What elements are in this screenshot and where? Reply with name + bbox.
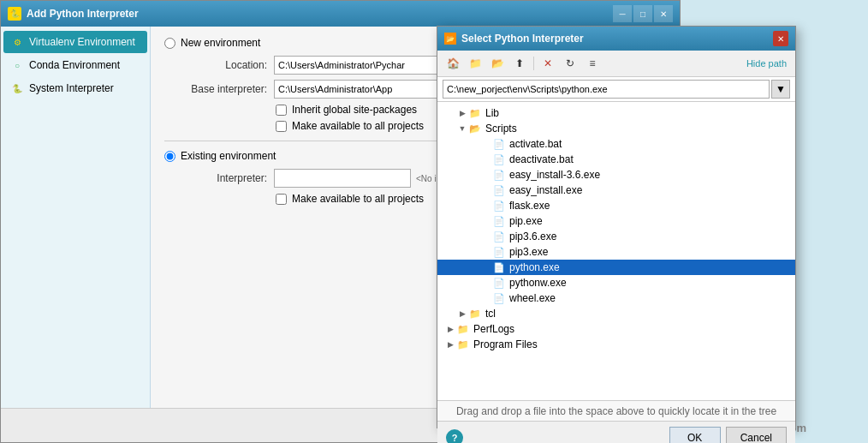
new-folder-button[interactable]: 📂 — [487, 54, 508, 73]
conda-icon: ○ — [10, 58, 24, 72]
path-browse-button[interactable]: ▼ — [771, 80, 790, 99]
path-input[interactable] — [443, 80, 770, 99]
make-available-label-1: Make available to all projects — [292, 120, 424, 132]
tree-item-easy-install[interactable]: 📄 easy_install.exe — [437, 183, 795, 198]
virtualenv-icon: ⚙ — [10, 35, 24, 49]
programfiles-arrow: ▶ — [444, 340, 456, 349]
tcl-label: tcl — [485, 308, 496, 320]
pythonw-label: pythonw.exe — [509, 277, 567, 289]
pip36-label: pip3.6.exe — [509, 230, 556, 242]
tree-item-wheel[interactable]: 📄 wheel.exe — [437, 290, 795, 306]
sidebar-item-conda[interactable]: ○ Conda Environment — [3, 54, 147, 76]
tree-item-perflogs[interactable]: ▶ 📁 PerfLogs — [437, 321, 795, 337]
tcl-folder-icon: 📁 — [468, 308, 482, 320]
sidebar-item-system[interactable]: 🐍 System Interpreter — [3, 77, 147, 99]
list-view-button[interactable]: ≡ — [582, 54, 603, 73]
delete-button[interactable]: ✕ — [538, 54, 558, 73]
hide-path-button[interactable]: Hide path — [743, 57, 790, 70]
make-available-label-2: Make available to all projects — [292, 193, 424, 205]
minimize-button[interactable]: ─ — [613, 5, 632, 22]
lib-arrow: ▶ — [456, 109, 468, 117]
status-text: Drag and drop a file into the space abov… — [456, 405, 776, 417]
base-interpreter-label: Base interpreter: — [164, 83, 267, 95]
tcl-arrow: ▶ — [456, 309, 468, 318]
title-bar-controls: ─ □ ✕ — [613, 5, 673, 22]
dialog-button-group: OK Cancel — [669, 427, 787, 444]
programfiles-label: Program Files — [473, 338, 538, 350]
perflogs-label: PerfLogs — [473, 323, 514, 335]
easy-install-icon: 📄 — [492, 184, 506, 196]
tree-item-pip36[interactable]: 📄 pip3.6.exe — [437, 229, 795, 244]
main-title-text: Add Python Interpreter — [27, 8, 139, 20]
scripts-label: Scripts — [485, 123, 517, 135]
flask-icon: 📄 — [492, 200, 506, 212]
path-bar: ▼ — [437, 77, 795, 102]
scripts-arrow: ▼ — [456, 124, 468, 133]
pythonw-icon: 📄 — [492, 277, 506, 289]
tree-item-tcl[interactable]: ▶ 📁 tcl — [437, 306, 795, 321]
dialog-ok-button[interactable]: OK — [669, 427, 721, 444]
perflogs-icon: 📁 — [456, 323, 470, 335]
sidebar-label-system: System Interpreter — [29, 82, 114, 94]
sidebar-label-conda: Conda Environment — [29, 59, 120, 71]
interpreter-sidebar: ⚙ Virtualenv Environment ○ Conda Environ… — [1, 27, 151, 442]
maximize-button[interactable]: □ — [633, 5, 652, 22]
perflogs-arrow: ▶ — [444, 325, 456, 333]
location-label: Location: — [164, 59, 267, 71]
make-available-checkbox-2[interactable] — [276, 194, 287, 205]
easy-install-36-icon: 📄 — [492, 169, 506, 181]
refresh-button[interactable]: ↻ — [560, 54, 580, 73]
close-main-button[interactable]: ✕ — [654, 5, 673, 22]
toolbar-sep-1 — [533, 57, 534, 70]
tree-item-pip3[interactable]: 📄 pip3.exe — [437, 244, 795, 260]
tree-item-deactivate[interactable]: 📄 deactivate.bat — [437, 152, 795, 167]
inherit-label: Inherit global site-packages — [292, 104, 417, 116]
tree-item-activate[interactable]: 📄 activate.bat — [437, 136, 795, 152]
make-available-checkbox-1[interactable] — [276, 121, 287, 132]
tree-item-programfiles[interactable]: ▶ 📁 Program Files — [437, 337, 795, 352]
new-env-radio[interactable] — [164, 38, 175, 49]
wheel-icon: 📄 — [492, 292, 506, 304]
python-label: python.exe — [509, 261, 560, 273]
existing-env-label: Existing environment — [181, 150, 276, 162]
parent-folder-button[interactable]: ⬆ — [509, 54, 530, 73]
home-button[interactable]: 🏠 — [443, 54, 463, 73]
programfiles-icon: 📁 — [456, 338, 470, 350]
pip36-icon: 📄 — [492, 230, 506, 242]
inherit-checkbox[interactable] — [276, 105, 287, 116]
lib-folder-icon: 📁 — [468, 107, 482, 119]
main-title-bar: 🐍 Add Python Interpreter ─ □ ✕ — [1, 1, 680, 27]
dialog-cancel-button[interactable]: Cancel — [726, 427, 787, 444]
lib-label: Lib — [485, 107, 499, 119]
deactivate-file-icon: 📄 — [492, 153, 506, 165]
main-title-icon: 🐍 — [8, 7, 21, 21]
dialog-toolbar: 🏠 📁 📂 ⬆ ✕ ↻ ≡ Hide path — [437, 51, 795, 77]
dialog-title-icon: 📂 — [444, 33, 456, 45]
tree-item-pythonw[interactable]: 📄 pythonw.exe — [437, 275, 795, 290]
tree-item-easy-install-36[interactable]: 📄 easy_install-3.6.exe — [437, 167, 795, 183]
file-dialog: 📂 Select Python Interpreter ✕ 🏠 📁 📂 ⬆ ✕ … — [437, 26, 796, 428]
easy-install-36-label: easy_install-3.6.exe — [509, 169, 600, 181]
scripts-folder-icon: 📂 — [468, 123, 482, 135]
pip3-icon: 📄 — [492, 246, 506, 258]
dialog-title-bar: 📂 Select Python Interpreter ✕ — [437, 27, 795, 51]
existing-env-radio[interactable] — [164, 151, 175, 162]
system-icon: 🐍 — [10, 81, 24, 95]
file-tree[interactable]: ▶ 📁 Lib ▼ 📂 Scripts 📄 activate.bat 📄 dea… — [437, 102, 795, 400]
sidebar-item-virtualenv[interactable]: ⚙ Virtualenv Environment — [3, 31, 147, 53]
dialog-title-text: Select Python Interpreter — [461, 33, 584, 45]
tree-item-lib[interactable]: ▶ 📁 Lib — [437, 105, 795, 121]
pip-label: pip.exe — [509, 215, 543, 227]
tree-item-python[interactable]: 📄 python.exe — [437, 260, 795, 275]
help-button[interactable]: ? — [446, 429, 463, 444]
new-env-label: New environment — [181, 37, 260, 49]
dialog-close-button[interactable]: ✕ — [773, 31, 788, 46]
wheel-label: wheel.exe — [509, 292, 556, 304]
tree-item-scripts[interactable]: ▼ 📂 Scripts — [437, 121, 795, 136]
folder-button[interactable]: 📁 — [465, 54, 485, 73]
tree-item-flask[interactable]: 📄 flask.exe — [437, 198, 795, 213]
activate-label: activate.bat — [509, 138, 562, 150]
tree-item-pip[interactable]: 📄 pip.exe — [437, 213, 795, 229]
sidebar-label-virtualenv: Virtualenv Environment — [29, 36, 135, 48]
interpreter-input[interactable] — [274, 169, 411, 188]
